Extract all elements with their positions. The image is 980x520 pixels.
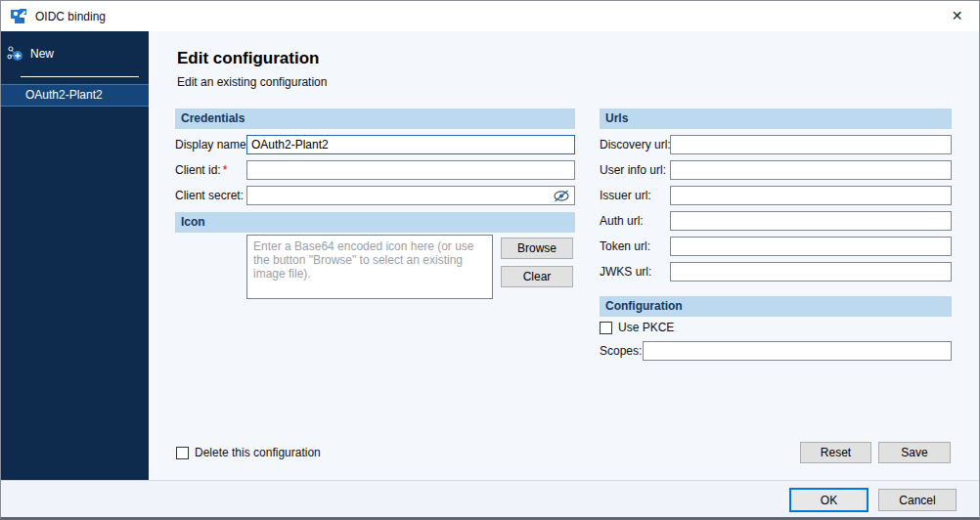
sidebar: New OAuth2-Plant2	[1, 31, 149, 480]
use-pkce-row: Use PKCE	[600, 321, 674, 334]
credentials-fields: Display name: Client id:* Client secret:	[175, 135, 575, 211]
main-panel: Edit configuration Edit an existing conf…	[149, 31, 980, 480]
auth-url-input[interactable]	[670, 211, 952, 231]
user-info-url-row: User info url:	[600, 160, 952, 180]
eye-slash-icon	[553, 190, 570, 202]
use-pkce-checkbox[interactable]	[600, 322, 612, 334]
use-pkce-label: Use PKCE	[618, 321, 674, 334]
client-id-row: Client id:*	[175, 160, 575, 180]
discovery-url-label: Discovery url:	[600, 138, 670, 152]
token-url-row: Token url:	[600, 237, 952, 256]
reset-button[interactable]: Reset	[800, 442, 871, 463]
sidebar-item-new-label: New	[30, 47, 54, 61]
issuer-url-row: Issuer url:	[600, 186, 952, 205]
oidc-binding-dialog: OIDC binding ✕ New OAuth2-Plant2 Edit co…	[0, 0, 980, 520]
cancel-button[interactable]: Cancel	[878, 489, 957, 511]
display-name-row: Display name:	[175, 135, 575, 154]
client-id-label: Client id:*	[175, 163, 246, 177]
delete-configuration-label: Delete this configuration	[195, 446, 321, 459]
token-url-label: Token url:	[600, 239, 670, 253]
configuration-section-header: Configuration	[600, 296, 952, 317]
user-info-url-label: User info url:	[600, 163, 670, 177]
scopes-label: Scopes:	[600, 344, 643, 358]
icon-base64-textarea[interactable]	[246, 235, 493, 299]
client-secret-label: Client secret:	[175, 189, 246, 202]
jwks-url-row: JWKS url:	[600, 262, 952, 282]
user-info-url-input[interactable]	[670, 160, 952, 180]
jwks-url-label: JWKS url:	[600, 265, 670, 279]
page-subtitle: Edit an existing configuration	[177, 75, 327, 89]
browse-button[interactable]: Browse	[501, 238, 573, 259]
client-secret-input[interactable]	[246, 186, 575, 205]
auth-url-label: Auth url:	[600, 214, 670, 228]
page-title: Edit configuration	[177, 49, 319, 68]
icon-section-header: Icon	[175, 212, 575, 233]
display-name-label: Display name:	[175, 138, 246, 152]
delete-configuration-checkbox[interactable]	[176, 447, 189, 459]
close-icon[interactable]: ✕	[935, 1, 979, 31]
urls-fields: Discovery url: User info url: Issuer url…	[600, 135, 952, 287]
client-id-input[interactable]	[246, 160, 575, 180]
credentials-section-header: Credentials	[175, 108, 575, 129]
clear-button[interactable]: Clear	[501, 266, 573, 287]
required-marker: *	[223, 163, 228, 177]
token-url-input[interactable]	[670, 237, 952, 256]
auth-url-row: Auth url:	[600, 211, 952, 231]
issuer-url-input[interactable]	[670, 186, 952, 205]
app-icon	[11, 8, 27, 24]
urls-section-header: Urls	[600, 108, 952, 129]
discovery-url-row: Discovery url:	[600, 135, 952, 154]
scopes-input[interactable]	[643, 341, 952, 361]
delete-configuration-row: Delete this configuration	[176, 446, 321, 459]
client-secret-row: Client secret:	[175, 186, 575, 205]
title-bar: OIDC binding ✕	[1, 1, 979, 31]
issuer-url-label: Issuer url:	[600, 189, 670, 202]
dialog-footer: OK Cancel	[1, 480, 979, 518]
toggle-secret-visibility-button[interactable]	[551, 188, 572, 203]
window-title: OIDC binding	[35, 10, 106, 23]
new-binding-icon	[7, 45, 24, 63]
scopes-row: Scopes:	[600, 341, 952, 361]
sidebar-item-new[interactable]: New	[1, 31, 149, 72]
ok-button[interactable]: OK	[789, 488, 869, 512]
sidebar-separator	[21, 76, 139, 77]
display-name-input[interactable]	[246, 135, 575, 154]
jwks-url-input[interactable]	[670, 262, 952, 282]
sidebar-item-oauth2-plant2[interactable]: OAuth2-Plant2	[1, 84, 149, 107]
save-button[interactable]: Save	[878, 442, 951, 463]
discovery-url-input[interactable]	[670, 135, 952, 154]
